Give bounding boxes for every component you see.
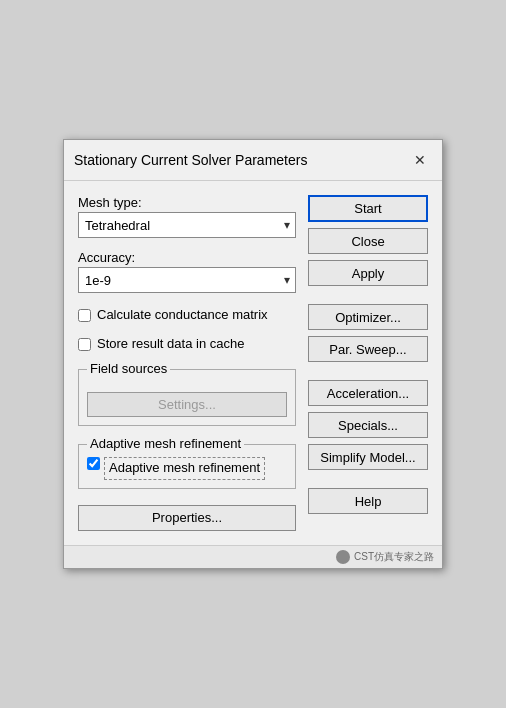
specials-button[interactable]: Specials... <box>308 412 428 438</box>
accuracy-label: Accuracy: <box>78 250 296 265</box>
close-icon[interactable]: ✕ <box>408 148 432 172</box>
adaptive-mesh-group: Adaptive mesh refinement Adaptive mesh r… <box>78 444 296 489</box>
mesh-type-dropdown-wrapper: Tetrahedral Hexahedral <box>78 212 296 238</box>
separator-1 <box>308 292 428 298</box>
mesh-type-label: Mesh type: <box>78 195 296 210</box>
adaptive-checkbox-wrapper: Adaptive mesh refinement <box>87 457 287 480</box>
dialog-body: Mesh type: Tetrahedral Hexahedral Accura… <box>64 181 442 545</box>
accuracy-dropdown-wrapper: 1e-9 1e-6 1e-3 <box>78 267 296 293</box>
accuracy-section: Accuracy: 1e-9 1e-6 1e-3 <box>78 250 296 297</box>
calculate-conductance-row: Calculate conductance matrix <box>78 307 296 324</box>
adaptive-mesh-group-label: Adaptive mesh refinement <box>87 436 244 451</box>
simplify-model-button[interactable]: Simplify Model... <box>308 444 428 470</box>
apply-button[interactable]: Apply <box>308 260 428 286</box>
par-sweep-button[interactable]: Par. Sweep... <box>308 336 428 362</box>
watermark-text: CST仿真专家之路 <box>354 550 434 564</box>
watermark-icon <box>336 550 350 564</box>
settings-button[interactable]: Settings... <box>87 392 287 417</box>
field-sources-group: Field sources Settings... <box>78 369 296 426</box>
field-sources-label: Field sources <box>87 361 170 376</box>
left-panel: Mesh type: Tetrahedral Hexahedral Accura… <box>78 195 296 531</box>
mesh-type-section: Mesh type: Tetrahedral Hexahedral <box>78 195 296 242</box>
adaptive-mesh-label: Adaptive mesh refinement <box>104 457 265 480</box>
right-panel: Start Close Apply Optimizer... Par. Swee… <box>308 195 428 531</box>
dialog-title: Stationary Current Solver Parameters <box>74 152 307 168</box>
acceleration-button[interactable]: Acceleration... <box>308 380 428 406</box>
start-button[interactable]: Start <box>308 195 428 222</box>
separator-2 <box>308 368 428 374</box>
close-button[interactable]: Close <box>308 228 428 254</box>
calculate-conductance-label: Calculate conductance matrix <box>97 307 268 324</box>
dialog-window: Stationary Current Solver Parameters ✕ M… <box>63 139 443 569</box>
adaptive-mesh-checkbox[interactable] <box>87 457 100 470</box>
store-result-checkbox[interactable] <box>78 338 91 351</box>
store-result-label: Store result data in cache <box>97 336 244 353</box>
title-bar: Stationary Current Solver Parameters ✕ <box>64 140 442 181</box>
watermark-bar: CST仿真专家之路 <box>64 545 442 568</box>
store-result-row: Store result data in cache <box>78 336 296 353</box>
optimizer-button[interactable]: Optimizer... <box>308 304 428 330</box>
properties-button[interactable]: Properties... <box>78 505 296 531</box>
separator-3 <box>308 476 428 482</box>
calculate-conductance-checkbox[interactable] <box>78 309 91 322</box>
accuracy-dropdown[interactable]: 1e-9 1e-6 1e-3 <box>78 267 296 293</box>
mesh-type-dropdown[interactable]: Tetrahedral Hexahedral <box>78 212 296 238</box>
help-button[interactable]: Help <box>308 488 428 514</box>
